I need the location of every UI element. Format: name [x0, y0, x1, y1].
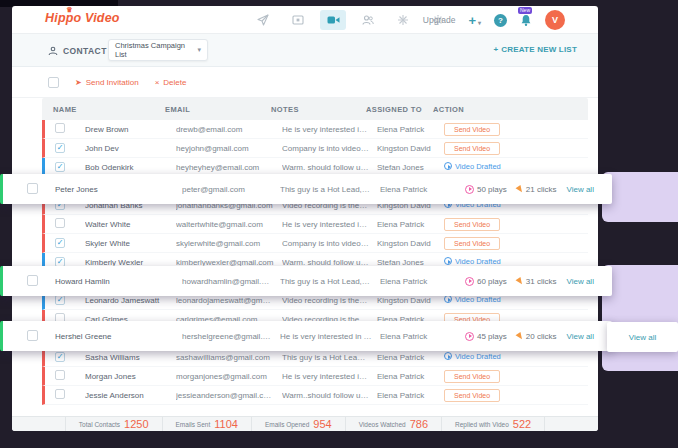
assigned-to: Kingston David	[377, 144, 444, 153]
video-drafted-link[interactable]: Video Drafted	[444, 257, 501, 266]
contact-notes: Company is into video produ...	[282, 144, 377, 153]
help-button[interactable]: ?	[494, 14, 507, 27]
table-row: Jessie Anderson jessieanderson@gmail.com…	[42, 386, 588, 405]
send-video-button[interactable]: Send Video	[444, 370, 500, 383]
table-row: ✓ John Dev heyjohn@gmail.com Company is …	[42, 139, 588, 158]
contact-name: Skyler White	[85, 239, 176, 248]
table-body: Drew Brown drewb@email.com He is very in…	[42, 120, 588, 405]
row-checkbox[interactable]: ✓	[55, 238, 65, 248]
video-stats: 50 plays 21 clicks View all	[465, 185, 612, 194]
send-video-button[interactable]: Send Video	[444, 142, 500, 155]
highlighted-contact-row: Hershel Greene hershelgreene@gmail.com H…	[0, 321, 612, 351]
contact-email: jessieanderson@gmail.com	[176, 391, 282, 400]
view-all-card[interactable]: View all	[607, 322, 678, 352]
row-checkbox[interactable]	[27, 330, 38, 341]
row-checkbox[interactable]	[55, 389, 65, 399]
contacts-table: NAME EMAIL NOTES ASSIGNED TO ACTION Drew…	[42, 98, 588, 405]
contact-email: morganjones@gmail.com	[176, 372, 282, 381]
row-checkbox[interactable]	[55, 370, 65, 380]
delete-button[interactable]: × Delete	[155, 78, 187, 87]
stats-footer: Total Contacts 1250 Emails Sent 1104 Ema…	[12, 416, 598, 431]
create-dropdown[interactable]: +▾	[468, 13, 481, 28]
row-checkbox[interactable]: ✓	[55, 143, 65, 153]
view-all-link[interactable]: View all	[566, 332, 593, 341]
contact-name: Peter Jones	[55, 185, 182, 194]
view-all-link[interactable]: View all	[566, 185, 593, 194]
plays-stat: 60 plays	[465, 277, 507, 286]
video-drafted-link[interactable]: Video Drafted	[444, 162, 501, 171]
send-video-button[interactable]: Send Video	[444, 389, 500, 402]
row-checkbox[interactable]	[27, 183, 38, 194]
chevron-down-icon: ▾	[478, 19, 481, 26]
assigned-to: Elena Patrick	[377, 125, 444, 134]
footer-stat: Replied with Video 522	[442, 417, 545, 431]
contact-notes: Company is into video produ...	[282, 239, 377, 248]
contact-notes: He is very interested in the prod...	[280, 332, 380, 341]
footer-stat: Emails Opened 954	[252, 417, 346, 431]
notifications-button[interactable]: New	[520, 14, 532, 27]
contact-name: Drew Brown	[85, 125, 176, 134]
clicks-stat: 31 clicks	[517, 277, 557, 286]
upgrade-link[interactable]: Upgrade	[423, 15, 456, 25]
contact-notes: Warm. should follow up so...	[282, 163, 377, 172]
assigned-to: Elena Patrick	[380, 332, 465, 341]
contact-notes: This guy is a Hot Lead, so...	[282, 353, 377, 362]
nav-integrations[interactable]	[390, 10, 416, 30]
integrations-icon	[397, 14, 409, 26]
nav-contacts[interactable]	[355, 10, 381, 30]
contact-name: Sasha Williams	[85, 353, 176, 362]
contact-notes: Video recording is the mai...	[282, 296, 377, 305]
view-all-link[interactable]: View all	[566, 277, 593, 286]
desktop-background: ♛ Hippo Video	[0, 0, 678, 448]
row-checkbox[interactable]	[27, 275, 38, 286]
avatar[interactable]: V	[545, 10, 565, 30]
list-toolbar: CONTACT LIST Christmas Campaign List ▾ +…	[12, 34, 598, 67]
row-checkbox[interactable]: ✓	[55, 295, 65, 305]
footer-stat: Videos Watched 786	[346, 417, 442, 431]
play-circle-icon	[465, 277, 474, 286]
new-badge: New	[518, 7, 532, 14]
contact-name: Hershel Greene	[55, 332, 182, 341]
select-all-checkbox[interactable]	[48, 77, 59, 88]
send-video-button[interactable]: Send Video	[444, 218, 500, 231]
assigned-to: Elena Patrick	[377, 220, 444, 229]
row-checkbox[interactable]: ✓	[55, 162, 65, 172]
hippo-video-logo: ♛ Hippo Video	[45, 11, 120, 25]
highlighted-contact-row: Howard Hamlin howardhamlin@gmail.com Thi…	[0, 266, 612, 296]
contacts-icon	[362, 14, 374, 26]
contact-email: waltertwhite@gmail.com	[176, 220, 282, 229]
video-drafted-link[interactable]: Video Drafted	[444, 295, 501, 304]
nav-send[interactable]	[250, 10, 276, 30]
contact-email: leonardojameswatt@gmail.com	[176, 296, 282, 305]
contact-notes: He is very interested in the prod...	[282, 125, 377, 134]
contact-notes: This guy is a Hot Lead, so...	[280, 185, 380, 194]
create-new-list-button[interactable]: +CREATE NEW LIST	[493, 45, 577, 54]
video-drafted-link[interactable]: Video Drafted	[444, 352, 501, 361]
list-selector[interactable]: Christmas Campaign List ▾	[108, 39, 208, 61]
row-checkbox[interactable]	[55, 218, 65, 228]
contact-name: Leonardo Jameswatt	[85, 296, 176, 305]
bell-icon	[520, 14, 532, 27]
clicks-stat: 21 clicks	[517, 185, 557, 194]
contact-person-icon	[48, 46, 58, 56]
footer-stat: Total Contacts 1250	[65, 417, 163, 431]
contact-notes: He is very interested in the prod...	[282, 372, 377, 381]
send-invitation-button[interactable]: ➤ Send Invitation	[75, 78, 139, 87]
send-video-button[interactable]: Send Video	[444, 123, 500, 136]
send-video-button[interactable]: Send Video	[444, 237, 500, 250]
row-checkbox[interactable]: ✓	[55, 352, 65, 362]
nav-record[interactable]	[285, 10, 311, 30]
contact-name: John Dev	[85, 144, 176, 153]
nav-video-library[interactable]	[320, 10, 346, 30]
contact-name: Howard Hamlin	[55, 277, 182, 286]
play-circle-icon	[444, 352, 452, 360]
table-row: ✓ Skyler White skylerwhite@gmail.com Com…	[42, 234, 588, 253]
cursor-click-icon	[515, 331, 524, 340]
contact-email: sashawilliams@gmail.com	[176, 353, 282, 362]
column-header-name: NAME	[42, 105, 165, 114]
cursor-click-icon	[515, 276, 524, 285]
assigned-to: Stefan Jones	[377, 163, 444, 172]
contact-email: heyheyhey@email.com	[176, 163, 282, 172]
highlighted-contact-row: Peter Jones peter@gmail.com This guy is …	[0, 174, 612, 204]
row-checkbox[interactable]	[55, 123, 65, 133]
